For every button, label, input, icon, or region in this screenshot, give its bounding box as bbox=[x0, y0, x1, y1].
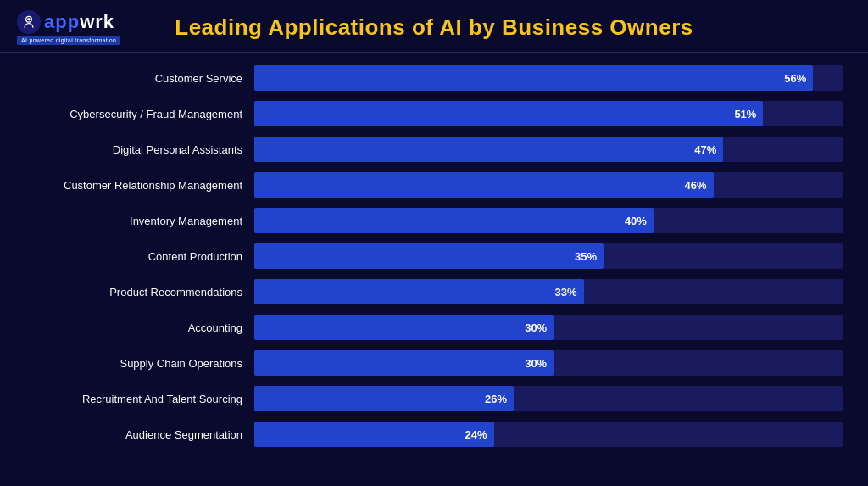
bar-percentage: 24% bbox=[465, 428, 487, 441]
main-title: Leading Applications of AI by Business O… bbox=[136, 14, 732, 41]
bar-label: Product Recommendations bbox=[8, 286, 254, 299]
bar-percentage: 51% bbox=[734, 108, 756, 120]
chart-row: Recruitment And Talent Sourcing26% bbox=[8, 382, 843, 416]
logo-tagline: AI powered digital transformation bbox=[17, 36, 120, 45]
chart-row: Audience Segmentation24% bbox=[8, 417, 843, 451]
bar-container: 26% bbox=[254, 386, 843, 411]
chart-row: Digital Personal Assistants47% bbox=[8, 132, 843, 166]
logo-icon bbox=[17, 10, 41, 34]
bar-percentage: 47% bbox=[694, 143, 716, 156]
bar-container: 56% bbox=[254, 65, 843, 91]
bar-container: 35% bbox=[254, 243, 843, 269]
chart-row: Inventory Management40% bbox=[8, 204, 843, 237]
bar-container: 24% bbox=[254, 422, 843, 447]
logo-name: appwrk bbox=[44, 11, 114, 33]
bar-label: Audience Segmentation bbox=[8, 428, 254, 441]
header: appwrk AI powered digital transformation… bbox=[0, 0, 868, 53]
bar-percentage: 30% bbox=[525, 357, 547, 370]
bar-label: Inventory Management bbox=[8, 215, 254, 227]
bar-label: Customer Service bbox=[8, 72, 254, 85]
bar-percentage: 30% bbox=[525, 321, 547, 334]
title-area: Leading Applications of AI by Business O… bbox=[136, 14, 732, 41]
logo-area: appwrk AI powered digital transformation bbox=[17, 10, 136, 45]
bar-container: 47% bbox=[254, 137, 843, 162]
bar-percentage: 33% bbox=[554, 286, 576, 299]
page-container: appwrk AI powered digital transformation… bbox=[0, 0, 868, 486]
svg-point-1 bbox=[27, 18, 30, 20]
chart-row: Cybersecurity / Fraud Management51% bbox=[8, 97, 843, 131]
bar-fill: 51% bbox=[254, 101, 763, 126]
chart-row: Customer Relationship Management46% bbox=[8, 168, 843, 202]
bar-container: 46% bbox=[254, 172, 843, 198]
chart-row: Customer Service56% bbox=[8, 61, 843, 95]
bar-fill: 30% bbox=[254, 315, 554, 340]
bar-percentage: 56% bbox=[784, 72, 806, 85]
bar-percentage: 26% bbox=[485, 393, 507, 405]
logo-text: appwrk bbox=[17, 10, 114, 34]
bar-fill: 24% bbox=[254, 422, 494, 447]
bar-fill: 35% bbox=[254, 243, 604, 269]
bar-container: 30% bbox=[254, 315, 843, 340]
chart-row: Product Recommendations33% bbox=[8, 275, 843, 309]
bar-label: Supply Chain Operations bbox=[8, 357, 254, 370]
bar-container: 51% bbox=[254, 101, 843, 126]
bar-percentage: 40% bbox=[625, 215, 647, 227]
chart-row: Accounting30% bbox=[8, 310, 843, 344]
bar-fill: 47% bbox=[254, 137, 723, 162]
bar-fill: 26% bbox=[254, 386, 514, 411]
bar-container: 33% bbox=[254, 279, 843, 304]
bar-percentage: 35% bbox=[575, 250, 597, 263]
bar-fill: 40% bbox=[254, 208, 654, 233]
chart-area: Customer Service56%Cybersecurity / Fraud… bbox=[0, 53, 868, 460]
bar-label: Customer Relationship Management bbox=[8, 179, 254, 192]
bar-fill: 46% bbox=[254, 172, 714, 198]
bar-label: Cybersecurity / Fraud Management bbox=[8, 108, 254, 120]
bar-label: Recruitment And Talent Sourcing bbox=[8, 393, 254, 405]
bar-label: Digital Personal Assistants bbox=[8, 143, 254, 156]
bar-fill: 33% bbox=[254, 279, 584, 304]
bar-container: 40% bbox=[254, 208, 843, 233]
bar-percentage: 46% bbox=[685, 179, 707, 192]
bar-container: 30% bbox=[254, 350, 843, 376]
bar-fill: 30% bbox=[254, 350, 554, 376]
bar-label: Content Production bbox=[8, 250, 254, 263]
chart-row: Content Production35% bbox=[8, 239, 843, 273]
chart-row: Supply Chain Operations30% bbox=[8, 346, 843, 380]
bar-label: Accounting bbox=[8, 321, 254, 334]
bar-fill: 56% bbox=[254, 65, 813, 91]
